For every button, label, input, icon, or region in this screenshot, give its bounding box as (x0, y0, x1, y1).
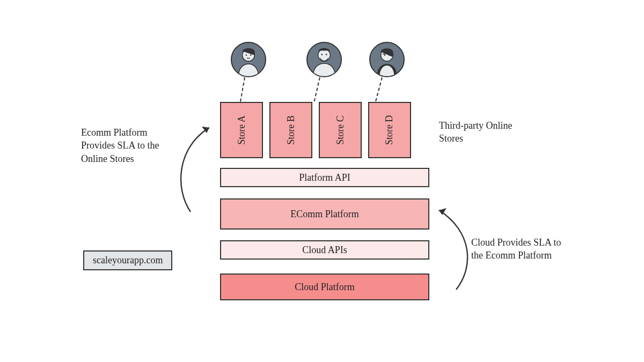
diagram-canvas: Store A Store B Store C Store D Platform… (0, 0, 644, 362)
cloud-sla-annotation: Cloud Provides SLA to the Ecomm Platform (471, 236, 562, 262)
platform-api-layer: Platform API (220, 168, 429, 187)
cloud-apis-layer: Cloud APIs (220, 240, 429, 260)
cloud-platform-label: Cloud Platform (295, 282, 355, 293)
store-a-label: Store A (236, 115, 247, 145)
svg-point-2 (250, 54, 252, 56)
user-avatar-3 (369, 42, 405, 77)
arrow-right-icon (429, 204, 478, 295)
connector-dash-1 (240, 77, 245, 102)
cloud-apis-label: Cloud APIs (302, 245, 347, 256)
cloud-platform-layer: Cloud Platform (220, 274, 429, 300)
ecomm-platform-label: EComm Platform (290, 209, 359, 220)
arrow-left-icon (172, 118, 223, 220)
store-d-box: Store D (368, 102, 411, 158)
platform-api-label: Platform API (299, 172, 350, 183)
svg-point-7 (384, 54, 386, 56)
svg-point-8 (389, 54, 390, 56)
svg-point-3 (318, 49, 331, 61)
store-c-box: Store C (319, 102, 362, 158)
third-party-stores-annotation: Third-party Online Stores (439, 119, 519, 145)
svg-point-1 (246, 54, 247, 56)
ecomm-platform-layer: EComm Platform (220, 198, 429, 230)
svg-point-5 (326, 54, 327, 55)
ecomm-sla-annotation: Ecomm Platform Provides SLA to the Onlin… (81, 126, 183, 165)
user-avatar-2 (306, 42, 342, 77)
store-b-box: Store B (269, 102, 312, 158)
store-a-box: Store A (220, 102, 263, 158)
user-avatar-1 (231, 42, 266, 77)
store-d-label: Store D (384, 115, 396, 145)
connector-dash-3 (375, 77, 383, 101)
svg-point-4 (321, 54, 323, 55)
store-c-label: Store C (334, 115, 346, 145)
connector-dash-2 (314, 77, 320, 101)
brand-badge: scaleyourapp.com (83, 250, 172, 270)
store-b-label: Store B (285, 115, 296, 145)
